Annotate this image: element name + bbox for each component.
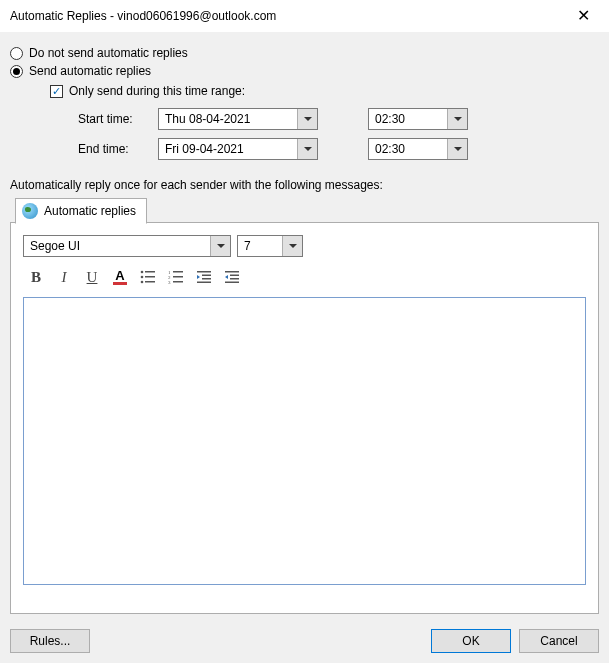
option-send[interactable]: Send automatic replies	[10, 64, 599, 78]
chevron-down-icon	[447, 109, 467, 129]
ok-button[interactable]: OK	[431, 629, 511, 653]
svg-rect-7	[173, 271, 183, 273]
bulleted-list-button[interactable]	[135, 265, 161, 289]
underline-button[interactable]: U	[79, 265, 105, 289]
svg-rect-5	[145, 281, 155, 283]
close-button[interactable]: ✕	[563, 8, 603, 24]
increase-indent-button[interactable]	[219, 265, 245, 289]
svg-point-0	[141, 271, 144, 274]
option-label: Send automatic replies	[29, 64, 151, 78]
start-date-value: Thu 08-04-2021	[159, 109, 297, 129]
option-label: Do not send automatic replies	[29, 46, 188, 60]
svg-rect-1	[145, 271, 155, 273]
checkbox-label: Only send during this time range:	[69, 84, 245, 98]
decrease-indent-button[interactable]	[191, 265, 217, 289]
font-size-value: 7	[238, 236, 282, 256]
italic-button[interactable]: I	[51, 265, 77, 289]
svg-rect-20	[230, 278, 239, 280]
window-title: Automatic Replies - vinod06061996@outloo…	[10, 9, 276, 23]
svg-marker-13	[197, 275, 200, 279]
globe-icon	[22, 203, 38, 219]
start-time-value: 02:30	[369, 109, 447, 129]
title-bar: Automatic Replies - vinod06061996@outloo…	[0, 0, 609, 32]
chevron-down-icon	[282, 236, 302, 256]
start-time-label: Start time:	[78, 112, 158, 126]
end-time-label: End time:	[78, 142, 158, 156]
tab-automatic-replies[interactable]: Automatic replies	[15, 198, 147, 224]
start-time-combo[interactable]: 02:30	[368, 108, 468, 130]
svg-rect-12	[197, 271, 211, 273]
cancel-button[interactable]: Cancel	[519, 629, 599, 653]
chevron-down-icon	[297, 109, 317, 129]
svg-rect-17	[225, 271, 239, 273]
only-during-range[interactable]: ✓ Only send during this time range:	[50, 84, 599, 98]
numbered-list-button[interactable]: 123	[163, 265, 189, 289]
font-size-combo[interactable]: 7	[237, 235, 303, 257]
radio-icon	[10, 47, 23, 60]
rules-button[interactable]: Rules...	[10, 629, 90, 653]
start-date-combo[interactable]: Thu 08-04-2021	[158, 108, 318, 130]
instruction-text: Automatically reply once for each sender…	[10, 178, 599, 192]
svg-rect-9	[173, 276, 183, 278]
svg-rect-19	[230, 275, 239, 277]
svg-rect-3	[145, 276, 155, 278]
radio-icon	[10, 65, 23, 78]
tab-panel: Segoe UI 7 B I U A 123	[10, 222, 599, 614]
svg-text:3: 3	[168, 280, 171, 285]
tab-label: Automatic replies	[44, 204, 136, 218]
end-date-value: Fri 09-04-2021	[159, 139, 297, 159]
svg-rect-21	[225, 282, 239, 284]
font-name-combo[interactable]: Segoe UI	[23, 235, 231, 257]
end-time-combo[interactable]: 02:30	[368, 138, 468, 160]
svg-rect-16	[197, 282, 211, 284]
svg-point-4	[141, 281, 144, 284]
font-name-value: Segoe UI	[24, 236, 210, 256]
option-do-not-send[interactable]: Do not send automatic replies	[10, 46, 599, 60]
chevron-down-icon	[210, 236, 230, 256]
svg-marker-18	[225, 275, 228, 279]
chevron-down-icon	[447, 139, 467, 159]
message-editor[interactable]	[23, 297, 586, 585]
svg-point-2	[141, 276, 144, 279]
bold-button[interactable]: B	[23, 265, 49, 289]
end-date-combo[interactable]: Fri 09-04-2021	[158, 138, 318, 160]
end-time-value: 02:30	[369, 139, 447, 159]
checkbox-icon: ✓	[50, 85, 63, 98]
svg-rect-14	[202, 275, 211, 277]
svg-rect-11	[173, 281, 183, 283]
chevron-down-icon	[297, 139, 317, 159]
font-color-button[interactable]: A	[107, 265, 133, 289]
svg-rect-15	[202, 278, 211, 280]
